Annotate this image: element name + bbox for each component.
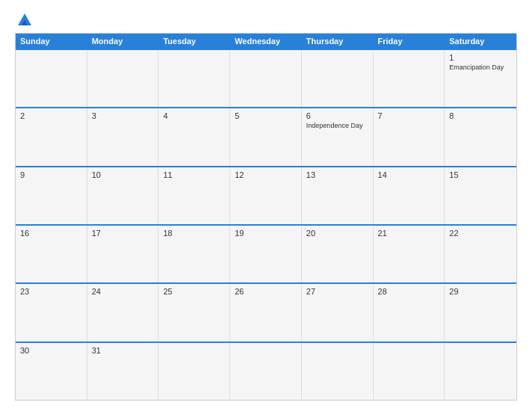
calendar-cell: 21 xyxy=(374,226,445,282)
day-number: 2 xyxy=(20,111,82,120)
calendar-week-1: 1Emancipation Day xyxy=(16,49,516,107)
calendar-cell: 10 xyxy=(87,167,159,224)
holiday-name: Independence Day xyxy=(306,122,368,131)
day-number: 20 xyxy=(306,229,368,238)
day-number: 17 xyxy=(92,229,154,238)
day-number: 22 xyxy=(449,229,512,238)
day-number: 13 xyxy=(306,170,368,179)
day-number: 10 xyxy=(92,170,154,179)
calendar-cell: 7 xyxy=(374,108,445,165)
holiday-name: Emancipation Day xyxy=(449,64,512,72)
calendar-cell xyxy=(302,50,374,107)
calendar-cell: 26 xyxy=(230,284,302,341)
calendar-cell xyxy=(158,343,230,400)
page-header xyxy=(15,13,517,25)
day-header-thursday: Thursday xyxy=(302,34,374,49)
day-number: 19 xyxy=(235,229,297,238)
calendar-cell: 31 xyxy=(87,343,159,400)
day-number: 16 xyxy=(20,229,82,238)
logo xyxy=(15,13,31,25)
calendar-cell: 28 xyxy=(374,284,445,341)
calendar-cell: 15 xyxy=(445,167,516,224)
calendar-cell: 22 xyxy=(445,226,516,282)
calendar-cell xyxy=(16,50,87,107)
day-number: 24 xyxy=(92,287,154,296)
calendar-cell: 4 xyxy=(158,108,230,165)
day-number: 25 xyxy=(163,287,225,296)
calendar-cell: 20 xyxy=(302,226,374,282)
calendar-cell: 2 xyxy=(16,108,87,165)
day-number: 4 xyxy=(163,111,225,120)
calendar-cell: 30 xyxy=(16,343,87,400)
calendar-cell: 29 xyxy=(445,284,516,341)
calendar-week-6: 3031 xyxy=(16,342,516,400)
day-number: 18 xyxy=(163,229,225,238)
day-number: 28 xyxy=(378,287,440,296)
day-header-wednesday: Wednesday xyxy=(230,34,302,49)
day-header-monday: Monday xyxy=(87,34,159,49)
calendar-cell xyxy=(374,50,445,107)
day-number: 14 xyxy=(378,170,440,179)
calendar-cell: 6Independence Day xyxy=(302,108,374,165)
calendar-week-2: 23456Independence Day78 xyxy=(16,107,516,165)
day-number: 15 xyxy=(449,170,512,179)
day-number: 5 xyxy=(235,111,297,120)
calendar-cell: 25 xyxy=(158,284,230,341)
calendar-cell xyxy=(302,343,374,400)
calendar-cell xyxy=(230,50,302,107)
calendar-cell: 16 xyxy=(16,226,87,282)
calendar-cell xyxy=(445,343,516,400)
calendar-cell: 14 xyxy=(374,167,445,224)
day-number: 9 xyxy=(20,170,82,179)
calendar-cell: 13 xyxy=(302,167,374,224)
calendar-cell: 8 xyxy=(445,108,516,165)
calendar-page: SundayMondayTuesdayWednesdayThursdayFrid… xyxy=(0,0,532,411)
calendar-cell: 19 xyxy=(230,226,302,282)
calendar-cell: 1Emancipation Day xyxy=(445,50,516,107)
calendar-cell: 27 xyxy=(302,284,374,341)
calendar-cell xyxy=(374,343,445,400)
calendar-cell: 23 xyxy=(16,284,87,341)
calendar-week-5: 23242526272829 xyxy=(16,282,516,341)
day-number: 12 xyxy=(235,170,297,179)
day-number: 11 xyxy=(163,170,225,179)
calendar-cell xyxy=(158,50,230,107)
day-number: 7 xyxy=(378,111,440,120)
calendar-cell xyxy=(87,50,159,107)
calendar-cell: 9 xyxy=(16,167,87,224)
day-header-tuesday: Tuesday xyxy=(158,34,230,49)
day-number: 21 xyxy=(378,229,440,238)
calendar-body: 1Emancipation Day23456Independence Day78… xyxy=(16,49,516,400)
calendar-cell: 17 xyxy=(87,226,159,282)
day-number: 6 xyxy=(306,111,368,120)
day-number: 3 xyxy=(92,111,154,120)
day-number: 29 xyxy=(449,287,512,296)
day-number: 26 xyxy=(235,287,297,296)
calendar-cell: 24 xyxy=(87,284,159,341)
day-number: 31 xyxy=(92,346,154,355)
calendar-cell: 18 xyxy=(158,226,230,282)
calendar: SundayMondayTuesdayWednesdayThursdayFrid… xyxy=(15,33,517,401)
calendar-cell: 3 xyxy=(87,108,159,165)
day-header-sunday: Sunday xyxy=(16,34,87,49)
calendar-cell xyxy=(230,343,302,400)
calendar-cell: 12 xyxy=(230,167,302,224)
calendar-cell: 11 xyxy=(158,167,230,224)
calendar-cell: 5 xyxy=(230,108,302,165)
calendar-week-4: 16171819202122 xyxy=(16,224,516,282)
calendar-week-3: 9101112131415 xyxy=(16,166,516,224)
day-number: 23 xyxy=(20,287,82,296)
day-number: 8 xyxy=(449,111,512,120)
logo-icon xyxy=(18,13,31,25)
day-number: 27 xyxy=(306,287,368,296)
calendar-header: SundayMondayTuesdayWednesdayThursdayFrid… xyxy=(16,34,516,49)
day-number: 30 xyxy=(20,346,82,355)
day-number: 1 xyxy=(449,53,512,62)
day-header-friday: Friday xyxy=(374,34,445,49)
day-header-saturday: Saturday xyxy=(445,34,516,49)
